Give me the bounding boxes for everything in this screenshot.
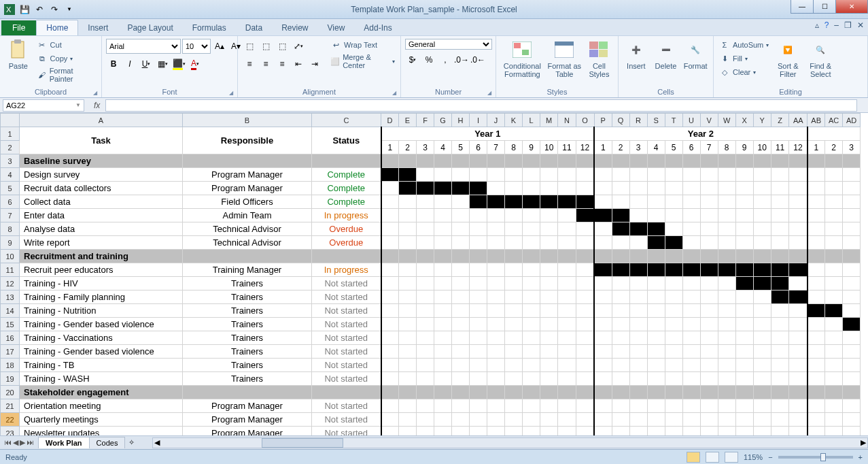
gantt-cell[interactable] [647,318,665,331]
gantt-cell[interactable] [700,222,718,236]
gantt-cell[interactable] [399,236,417,250]
gantt-cell[interactable] [612,222,629,236]
gantt-cell[interactable] [789,277,808,291]
gantt-cell[interactable] [700,291,718,304]
gantt-cell[interactable] [629,182,647,195]
gantt-cell[interactable] [808,168,825,182]
gantt-cell[interactable] [808,318,825,331]
doc-close-icon[interactable]: ✕ [857,20,864,30]
gantt-cell[interactable] [434,236,452,250]
task-cell[interactable]: Training - Gender based violence [20,345,182,358]
gantt-cell[interactable] [523,236,540,250]
responsible-cell[interactable]: Trainers [183,318,311,331]
gantt-cell[interactable] [843,154,861,168]
gantt-cell[interactable] [735,236,753,250]
gantt-cell[interactable] [789,168,808,182]
gantt-cell[interactable] [629,372,647,386]
gantt-cell[interactable] [753,399,771,413]
gantt-cell[interactable] [789,331,808,345]
task-cell[interactable]: Analyse data [20,222,182,235]
responsible-cell[interactable]: Trainers [183,331,311,344]
gantt-cell[interactable] [540,318,558,331]
gantt-cell[interactable] [789,399,808,413]
gantt-cell[interactable] [665,413,682,427]
gantt-cell[interactable] [505,359,523,372]
gantt-cell[interactable] [629,195,647,209]
gantt-cell[interactable] [718,359,735,372]
autosum-button[interactable]: ΣAutoSum▾ [718,39,770,51]
gantt-cell[interactable] [399,250,417,263]
gantt-cell[interactable] [470,372,487,386]
row-header[interactable]: 2 [1,141,20,154]
gantt-cell[interactable] [718,182,735,195]
gantt-cell[interactable] [682,182,700,195]
gantt-cell[interactable] [771,182,788,195]
page-layout-view-button[interactable] [706,452,719,463]
gantt-cell[interactable] [735,195,753,209]
gantt-cell[interactable] [505,277,523,291]
gantt-cell[interactable] [647,209,665,222]
tab-home[interactable]: Home [36,20,78,35]
gantt-cell[interactable] [594,277,612,291]
gantt-cell[interactable] [629,168,647,182]
task-cell[interactable]: Stakeholder engagement [20,386,182,399]
gantt-cell[interactable] [789,182,808,195]
task-cell[interactable]: Write report [20,236,182,249]
gantt-cell[interactable] [825,359,843,372]
gantt-cell[interactable] [523,304,540,318]
page-break-view-button[interactable] [725,452,738,463]
gantt-cell[interactable] [523,372,540,386]
gantt-cell[interactable] [594,236,612,250]
gantt-cell[interactable] [452,399,470,413]
gantt-cell[interactable] [665,291,682,304]
gantt-cell[interactable] [594,154,612,168]
gantt-cell[interactable] [558,154,576,168]
gantt-cell[interactable] [399,154,417,168]
gantt-cell[interactable] [789,195,808,209]
gantt-cell[interactable] [381,372,399,386]
gantt-cell[interactable] [523,222,540,236]
gantt-cell[interactable] [417,345,434,359]
gantt-cell[interactable] [399,318,417,331]
gantt-cell[interactable] [434,209,452,222]
gantt-cell[interactable] [470,359,487,372]
gantt-cell[interactable] [718,168,735,182]
gantt-cell[interactable] [558,318,576,331]
gantt-cell[interactable] [735,345,753,359]
gantt-cell[interactable] [452,195,470,209]
gantt-cell[interactable] [452,345,470,359]
gantt-cell[interactable] [487,250,505,263]
gantt-cell[interactable] [523,413,540,427]
file-tab[interactable]: File [1,20,36,35]
gantt-cell[interactable] [789,291,808,304]
column-header[interactable]: B [183,114,312,127]
gantt-cell[interactable] [470,236,487,250]
responsible-cell[interactable] [183,255,311,258]
gantt-cell[interactable] [771,277,788,291]
gantt-cell[interactable] [843,345,861,359]
gantt-cell[interactable] [594,386,612,399]
gantt-cell[interactable] [505,413,523,427]
status-cell[interactable]: Overdue [312,224,381,234]
gantt-cell[interactable] [843,250,861,263]
gantt-cell[interactable] [682,209,700,222]
gantt-cell[interactable] [612,195,629,209]
gantt-cell[interactable] [629,154,647,168]
gantt-cell[interactable] [452,386,470,399]
gantt-cell[interactable] [558,209,576,222]
gantt-cell[interactable] [843,236,861,250]
fill-color-button[interactable]: ⬛▾ [171,56,186,71]
tab-insert[interactable]: Insert [78,20,118,35]
gantt-cell[interactable] [434,345,452,359]
gantt-cell[interactable] [825,236,843,250]
horizontal-scrollbar[interactable]: ◀▶ [152,437,868,448]
gantt-cell[interactable] [417,168,434,182]
gantt-cell[interactable] [735,250,753,263]
column-header[interactable]: T [665,114,682,127]
column-header[interactable]: AA [789,114,808,127]
gantt-cell[interactable] [843,182,861,195]
gantt-cell[interactable] [576,263,594,277]
column-header[interactable]: G [434,114,452,127]
gantt-cell[interactable] [789,222,808,236]
tab-review[interactable]: Review [272,20,317,35]
